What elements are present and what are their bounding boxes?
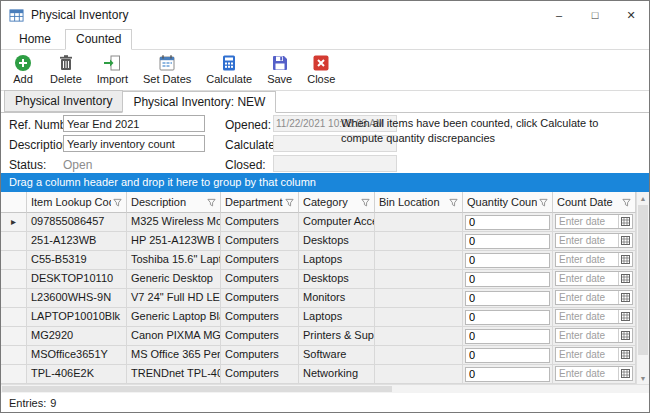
- cell-bin-location[interactable]: [375, 365, 463, 384]
- cell-category[interactable]: Computer Accessorie: [299, 213, 375, 232]
- filter-icon[interactable]: [361, 198, 370, 207]
- quantity-counted-input[interactable]: [465, 329, 550, 344]
- description-input[interactable]: [63, 135, 205, 152]
- cell-item-lookup-code[interactable]: MSOffice3651Y: [27, 346, 127, 365]
- cell-item-lookup-code[interactable]: DESKTOP10110: [27, 270, 127, 289]
- maximize-button[interactable]: □: [577, 1, 613, 29]
- cell-category[interactable]: Software: [299, 346, 375, 365]
- cell-category[interactable]: Printers & Supplies: [299, 327, 375, 346]
- date-picker-icon[interactable]: [618, 348, 632, 361]
- column-header-item-lookup-code[interactable]: Item Lookup Code: [27, 192, 127, 213]
- date-picker-icon[interactable]: [618, 329, 632, 342]
- row-indicator[interactable]: [1, 346, 27, 365]
- quantity-counted-input[interactable]: [465, 348, 550, 363]
- table-row[interactable]: DESKTOP10110 Generic Desktop Computers D…: [1, 270, 636, 289]
- quantity-counted-input[interactable]: [465, 310, 550, 325]
- cell-department[interactable]: Computers: [221, 251, 299, 270]
- cell-department[interactable]: Computers: [221, 346, 299, 365]
- scroll-down-icon[interactable]: ▼: [637, 372, 649, 384]
- cell-item-lookup-code[interactable]: LAPTOP10010Blk: [27, 308, 127, 327]
- date-picker-icon[interactable]: [618, 367, 632, 380]
- table-row[interactable]: MG2920 Canon PIXMA MG292 Computers Print…: [1, 327, 636, 346]
- cell-department[interactable]: Computers: [221, 289, 299, 308]
- table-row[interactable]: ▸ 097855086457 M325 Wireless Mous Comput…: [1, 213, 636, 232]
- cell-description[interactable]: MS Office 365 Person: [127, 346, 221, 365]
- column-header-description[interactable]: Description: [127, 192, 221, 213]
- set-dates-button[interactable]: Set Dates: [137, 51, 197, 89]
- group-by-bar[interactable]: Drag a column header and drop it here to…: [1, 173, 649, 192]
- row-indicator[interactable]: [1, 289, 27, 308]
- count-date-input[interactable]: [556, 367, 618, 380]
- close-window-button[interactable]: ✕: [613, 1, 649, 29]
- row-indicator[interactable]: [1, 232, 27, 251]
- filter-icon[interactable]: [539, 198, 548, 207]
- cell-department[interactable]: Computers: [221, 213, 299, 232]
- row-indicator[interactable]: [1, 327, 27, 346]
- delete-button[interactable]: Delete: [44, 51, 88, 89]
- row-indicator[interactable]: ▸: [1, 213, 27, 232]
- cell-item-lookup-code[interactable]: 097855086457: [27, 213, 127, 232]
- cell-category[interactable]: Laptops: [299, 308, 375, 327]
- cell-description[interactable]: HP 251-A123WB Des: [127, 232, 221, 251]
- table-row[interactable]: L23600WHS-9N V7 24" Full HD LED M Comput…: [1, 289, 636, 308]
- count-date-input[interactable]: [556, 253, 618, 266]
- date-picker-icon[interactable]: [618, 310, 632, 323]
- cell-item-lookup-code[interactable]: C55-B5319: [27, 251, 127, 270]
- cell-bin-location[interactable]: [375, 289, 463, 308]
- horizontal-scrollbar-thumb[interactable]: [2, 386, 392, 392]
- date-picker-icon[interactable]: [618, 253, 632, 266]
- column-header-quantity-counted[interactable]: Quantity Counted: [463, 192, 553, 213]
- count-date-input[interactable]: [556, 215, 618, 228]
- quantity-counted-input[interactable]: [465, 367, 550, 382]
- cell-department[interactable]: Computers: [221, 365, 299, 384]
- date-picker-icon[interactable]: [618, 234, 632, 247]
- table-row[interactable]: 251-A123WB HP 251-A123WB Des Computers D…: [1, 232, 636, 251]
- cell-description[interactable]: Toshiba 15.6" Laptop: [127, 251, 221, 270]
- cell-description[interactable]: TRENDnet TPL-406E2: [127, 365, 221, 384]
- count-date-input[interactable]: [556, 329, 618, 342]
- cell-bin-location[interactable]: [375, 308, 463, 327]
- row-indicator[interactable]: [1, 365, 27, 384]
- vertical-scrollbar-thumb[interactable]: [638, 205, 648, 355]
- quantity-counted-input[interactable]: [465, 234, 550, 249]
- table-row[interactable]: C55-B5319 Toshiba 15.6" Laptop Computers…: [1, 251, 636, 270]
- filter-icon[interactable]: [207, 198, 216, 207]
- cell-description[interactable]: Canon PIXMA MG292: [127, 327, 221, 346]
- column-header-count-date[interactable]: Count Date: [553, 192, 636, 213]
- table-row[interactable]: LAPTOP10010Blk Generic Laptop Black Comp…: [1, 308, 636, 327]
- cell-department[interactable]: Computers: [221, 327, 299, 346]
- tab-physical-inventory[interactable]: Physical Inventory: [4, 90, 123, 112]
- filter-icon[interactable]: [113, 198, 122, 207]
- cell-category[interactable]: Networking: [299, 365, 375, 384]
- cell-bin-location[interactable]: [375, 213, 463, 232]
- cell-department[interactable]: Computers: [221, 232, 299, 251]
- count-date-input[interactable]: [556, 348, 618, 361]
- filter-icon[interactable]: [285, 198, 294, 207]
- horizontal-scrollbar[interactable]: [1, 384, 649, 393]
- date-picker-icon[interactable]: [618, 291, 632, 304]
- tab-home[interactable]: Home: [9, 30, 61, 49]
- tab-physical-inventory-new[interactable]: Physical Inventory: NEW: [122, 91, 276, 113]
- ref-number-input[interactable]: [63, 115, 205, 132]
- cell-category[interactable]: Desktops: [299, 270, 375, 289]
- quantity-counted-input[interactable]: [465, 215, 550, 230]
- cell-description[interactable]: V7 24" Full HD LED M: [127, 289, 221, 308]
- vertical-scrollbar[interactable]: ▲ ▼: [636, 192, 649, 384]
- filter-icon[interactable]: [622, 198, 631, 207]
- calculate-button[interactable]: Calculate: [200, 51, 258, 89]
- save-button[interactable]: Save: [261, 51, 298, 89]
- column-header-category[interactable]: Category: [299, 192, 375, 213]
- cell-item-lookup-code[interactable]: L23600WHS-9N: [27, 289, 127, 308]
- cell-category[interactable]: Laptops: [299, 251, 375, 270]
- count-date-input[interactable]: [556, 310, 618, 323]
- count-date-input[interactable]: [556, 234, 618, 247]
- quantity-counted-input[interactable]: [465, 272, 550, 287]
- import-button[interactable]: Import: [91, 51, 134, 89]
- cell-department[interactable]: Computers: [221, 308, 299, 327]
- close-button[interactable]: Close: [301, 51, 341, 89]
- cell-bin-location[interactable]: [375, 232, 463, 251]
- cell-item-lookup-code[interactable]: TPL-406E2K: [27, 365, 127, 384]
- row-indicator[interactable]: [1, 251, 27, 270]
- cell-description[interactable]: Generic Laptop Black: [127, 308, 221, 327]
- date-picker-icon[interactable]: [618, 272, 632, 285]
